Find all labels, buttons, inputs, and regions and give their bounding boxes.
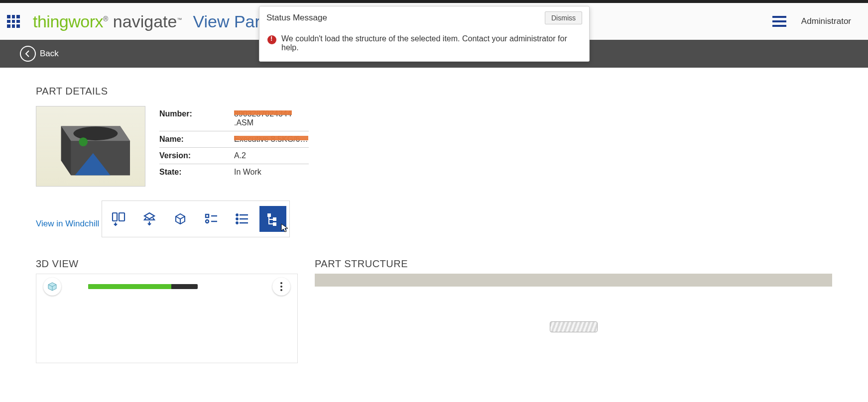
- apps-grid-icon[interactable]: [7, 15, 20, 28]
- svg-point-13: [236, 214, 238, 215]
- toast-title: Status Message: [266, 13, 327, 23]
- app-header: thingworx® navigate™ View Part Administr…: [0, 3, 868, 40]
- svg-point-15: [236, 218, 238, 219]
- brand-navigate: navigate™: [113, 12, 182, 31]
- svg-rect-7: [113, 213, 117, 221]
- svg-point-5: [79, 137, 88, 146]
- prop-label: State:: [159, 168, 234, 177]
- tool-list[interactable]: [229, 206, 255, 232]
- tool-cube-view[interactable]: [167, 206, 194, 232]
- user-name[interactable]: Administrator: [801, 16, 851, 26]
- tool-attributes[interactable]: [198, 206, 225, 232]
- prop-row-version: Version: A.2: [159, 148, 309, 164]
- trademark-mark: ™: [177, 16, 182, 22]
- prop-row-name: Name: Executive 8.5KG/6…: [159, 131, 309, 148]
- load-progress: [88, 284, 198, 289]
- dismiss-button[interactable]: Dismiss: [545, 11, 582, 24]
- back-label: Back: [40, 49, 59, 59]
- structure-table-body: [315, 287, 832, 365]
- tool-download-drawing[interactable]: [105, 206, 132, 232]
- 3d-view-toolbar: [36, 274, 298, 299]
- svg-point-4: [73, 126, 118, 140]
- part-properties: Number: 8903287024344.ASM Name: Executiv…: [159, 106, 309, 187]
- prop-label: Name:: [159, 135, 234, 144]
- page-title: View Part: [193, 12, 265, 31]
- part-details-title: PART DETAILS: [36, 86, 832, 97]
- structure-table-header: [315, 274, 832, 287]
- cursor-icon: [280, 223, 289, 233]
- view-in-windchill-link[interactable]: View in Windchill: [36, 219, 99, 229]
- loading-indicator-icon: [550, 321, 598, 332]
- more-menu-button[interactable]: [272, 278, 290, 296]
- prop-value: 8903287024344.ASM: [234, 109, 309, 127]
- prop-label: Version:: [159, 151, 234, 160]
- brand-thingworx-text: thingworx: [33, 12, 103, 31]
- 3d-cube-button[interactable]: [43, 278, 61, 296]
- part-thumbnail: [36, 106, 145, 187]
- tool-download-cad[interactable]: [136, 206, 163, 232]
- 3d-view-canvas[interactable]: [36, 299, 298, 363]
- menu-icon[interactable]: [772, 16, 786, 27]
- prop-value: In Work: [234, 168, 309, 177]
- registered-mark: ®: [103, 14, 108, 22]
- svg-rect-20: [273, 217, 276, 221]
- load-progress-fill: [88, 284, 171, 289]
- svg-rect-19: [267, 213, 271, 217]
- part-structure-title: PART STRUCTURE: [315, 258, 832, 270]
- brand-thingworx: thingworx®: [33, 12, 108, 31]
- tool-structure-tree[interactable]: [259, 206, 286, 232]
- prop-value: Executive 8.5KG/6…: [234, 135, 309, 144]
- back-button[interactable]: Back: [20, 46, 59, 62]
- prop-value: A.2: [234, 151, 309, 160]
- svg-rect-8: [119, 213, 124, 221]
- svg-point-17: [236, 222, 238, 223]
- prop-row-number: Number: 8903287024344.ASM: [159, 106, 309, 131]
- 3d-view-title: 3D VIEW: [36, 258, 298, 270]
- svg-rect-9: [206, 214, 209, 217]
- svg-rect-21: [273, 222, 276, 226]
- error-icon: [267, 35, 276, 44]
- prop-label: Number:: [159, 109, 234, 127]
- view-toolbar: [102, 201, 290, 237]
- status-message-toast: Status Message Dismiss We couldn't load …: [259, 6, 590, 62]
- redacted-text: 8903287024344: [234, 109, 292, 118]
- svg-point-10: [206, 220, 209, 223]
- toast-message: We couldn't load the structure of the se…: [281, 34, 581, 52]
- brand-navigate-text: navigate: [113, 12, 177, 31]
- back-arrow-icon: [20, 46, 36, 62]
- prop-row-state: State: In Work: [159, 164, 309, 180]
- redacted-text: Executive 8.5KG/6…: [234, 135, 308, 144]
